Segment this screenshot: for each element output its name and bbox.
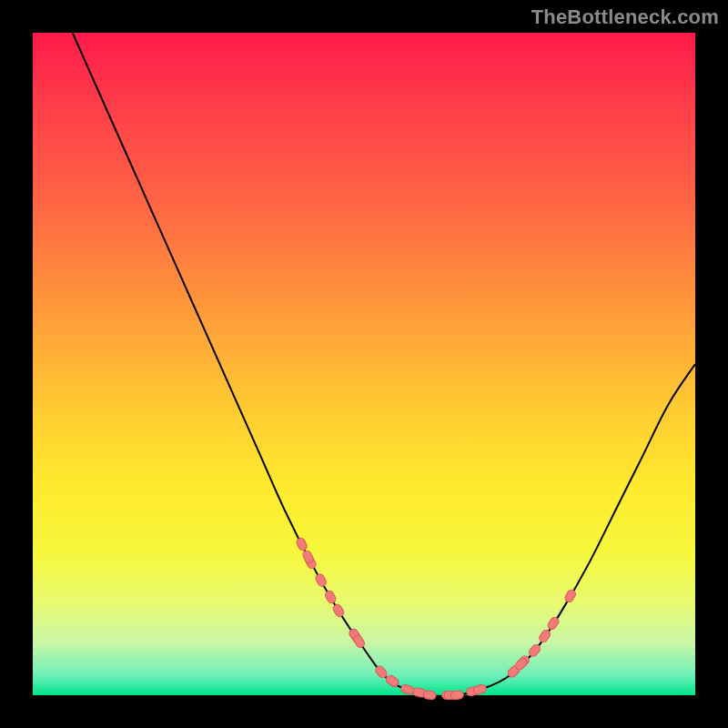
plot-area: [33, 33, 695, 695]
chart-svg: [33, 33, 695, 695]
data-dot: [423, 690, 437, 700]
data-dots: [295, 537, 577, 701]
data-dot: [314, 572, 328, 588]
data-dot: [331, 603, 345, 619]
stage: TheBottleneck.com: [0, 0, 728, 728]
data-dot: [472, 683, 487, 695]
attribution-text: TheBottleneck.com: [531, 5, 719, 29]
bottleneck-curve: [73, 33, 695, 696]
data-dot: [295, 537, 308, 552]
data-dot: [563, 589, 577, 604]
data-dot: [324, 590, 338, 605]
data-dot: [450, 691, 464, 701]
data-dot: [400, 683, 415, 695]
